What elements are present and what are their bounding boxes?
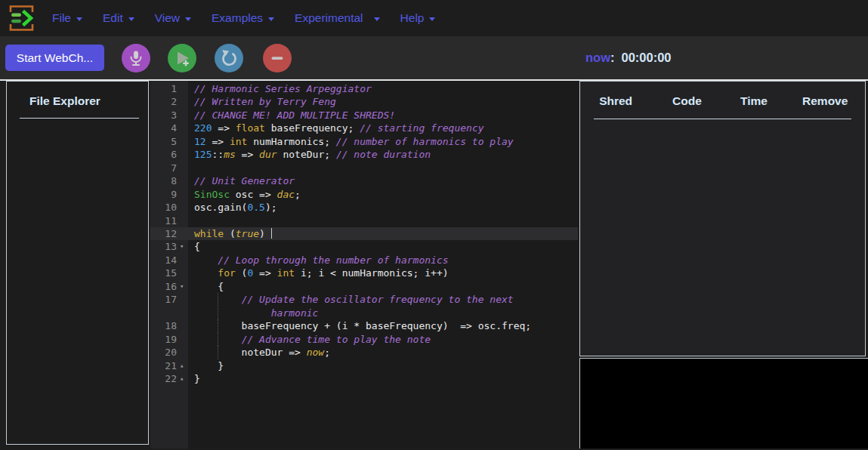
gutter: 13▾	[150, 240, 188, 253]
fold-spacer	[178, 174, 188, 187]
fold-open-icon[interactable]: ▾	[178, 240, 188, 253]
menu-edit-label: Edit	[103, 11, 123, 25]
fold-spacer	[178, 148, 188, 161]
menu-help-label: Help	[400, 11, 425, 25]
fold-spacer	[178, 109, 188, 122]
toolbar: Start WebCh... now:00:00:00	[0, 36, 868, 81]
microphone-button[interactable]	[122, 44, 150, 72]
shred-table-divider	[594, 119, 851, 119]
code-text	[188, 162, 578, 174]
gutter: 14	[150, 254, 188, 267]
menu-file-label: File	[52, 11, 71, 25]
start-webchuck-button[interactable]: Start WebCh...	[5, 45, 104, 71]
code-line-16[interactable]: 16▾ {	[150, 280, 578, 293]
code-line-20[interactable]: 20 noteDur => now;	[150, 346, 578, 359]
code-text: }	[188, 359, 578, 372]
line-number: 15	[150, 267, 178, 279]
code-line-4[interactable]: 4220 => float baseFrequency; // starting…	[150, 122, 578, 134]
fold-spacer	[178, 188, 188, 201]
gutter: 10	[150, 201, 188, 214]
chevron-down-icon	[429, 17, 435, 21]
gutter: 15	[150, 267, 188, 279]
menu-view[interactable]: View	[155, 11, 191, 25]
gutter: 22▴	[150, 372, 188, 385]
code-line-7[interactable]: 7	[150, 162, 578, 174]
line-number: 1	[150, 82, 178, 95]
code-line-10[interactable]: 10osc.gain(0.5);	[150, 201, 578, 214]
minus-icon	[268, 49, 286, 67]
gutter: 9	[150, 188, 188, 201]
fold-close-icon[interactable]: ▴	[178, 372, 188, 385]
code-line-11[interactable]: 11	[150, 214, 578, 227]
shred-column-header: Shred	[580, 94, 651, 108]
gutter: 8	[150, 174, 188, 187]
chevron-down-icon	[185, 17, 191, 21]
code-line-14[interactable]: 14 // Loop through the number of harmoni…	[150, 254, 578, 267]
gutter: 7	[150, 162, 188, 174]
gutter: 20	[150, 346, 188, 359]
indent-guide	[218, 333, 218, 346]
microphone-icon	[128, 50, 144, 66]
main-menu: File Edit View Examples Experimental Hel…	[52, 11, 435, 25]
code-line-9[interactable]: 9SinOsc osc => dac;	[150, 188, 578, 201]
fold-spacer	[178, 333, 188, 346]
file-explorer-title: File Explorer	[7, 82, 148, 108]
fold-spacer	[178, 319, 188, 332]
visualizer-canvas	[579, 358, 868, 448]
menu-experimental[interactable]: Experimental	[295, 11, 379, 25]
code-text	[188, 214, 578, 227]
code-line-3[interactable]: 3// CHANGE ME! ADD MULTIPLE SHREDS!	[150, 109, 578, 122]
menu-examples[interactable]: Examples	[212, 11, 274, 25]
play-plus-icon	[173, 49, 191, 67]
gutter: 11	[150, 214, 188, 227]
fold-close-icon[interactable]: ▴	[178, 359, 188, 372]
line-number: 13	[150, 240, 178, 253]
gutter: 16▾	[150, 280, 188, 293]
right-column: Shred Code Time Remove	[579, 81, 868, 448]
text-cursor	[271, 228, 273, 239]
code-text: osc.gain(0.5);	[188, 201, 578, 214]
remove-shred-button[interactable]	[263, 44, 292, 72]
code-line-15[interactable]: 15 for (0 => int i; i < numHarmonics; i+…	[150, 267, 578, 279]
line-number: 12	[150, 227, 178, 240]
code-line-8[interactable]: 8// Unit Generator	[150, 174, 578, 187]
add-shred-button[interactable]	[168, 44, 196, 72]
code-line-2[interactable]: 2// Written by Terry Feng	[150, 95, 578, 108]
file-explorer-panel: File Explorer	[6, 81, 149, 445]
code-column-header: Code	[651, 94, 722, 108]
line-number: 7	[150, 162, 178, 174]
code-line-1[interactable]: 1// Harmonic Series Arpeggiator	[150, 82, 578, 95]
code-line-21[interactable]: 21▴ }	[150, 359, 578, 372]
gutter: 3	[150, 109, 188, 122]
code-line-5[interactable]: 512 => int numHarmonics; // number of ha…	[150, 135, 578, 148]
menu-edit[interactable]: Edit	[103, 11, 134, 25]
line-number: 11	[150, 214, 178, 227]
fold-spacer	[178, 162, 188, 174]
code-line-6[interactable]: 6125::ms => dur noteDur; // note duratio…	[150, 148, 578, 161]
line-number: 20	[150, 346, 178, 359]
code-line-22[interactable]: 22▴}	[150, 372, 578, 385]
line-number: 14	[150, 254, 178, 267]
line-number: 18	[150, 319, 178, 332]
webchuck-logo-icon	[8, 4, 36, 32]
code-text: for (0 => int i; i < numHarmonics; i++)	[188, 267, 578, 279]
code-line-19[interactable]: 19 // Advance time to play the note	[150, 333, 578, 346]
code-text: }	[188, 372, 578, 385]
menu-file[interactable]: File	[52, 11, 82, 25]
code-text: 125::ms => dur noteDur; // note duration	[188, 148, 578, 161]
fold-spacer	[178, 82, 188, 95]
code-line-18[interactable]: 18 baseFrequency + (i * baseFrequency) =…	[150, 319, 578, 332]
code-editor[interactable]: 1// Harmonic Series Arpeggiator2// Writt…	[150, 81, 578, 448]
indent-guide	[218, 293, 218, 319]
code-line-13[interactable]: 13▾{	[150, 240, 578, 253]
code-line-17[interactable]: 17 // Update the oscillator frequency to…	[150, 293, 578, 319]
code-line-12[interactable]: 12while (true)	[150, 227, 578, 240]
code-text: while (true)	[188, 227, 578, 240]
now-value: 00:00:00	[622, 51, 672, 65]
remove-column-header: Remove	[785, 94, 865, 108]
fold-open-icon[interactable]: ▾	[178, 280, 188, 293]
gutter: 4	[150, 122, 188, 134]
replace-shred-button[interactable]	[215, 44, 243, 72]
menu-help[interactable]: Help	[400, 11, 436, 25]
gutter: 17	[150, 293, 188, 319]
